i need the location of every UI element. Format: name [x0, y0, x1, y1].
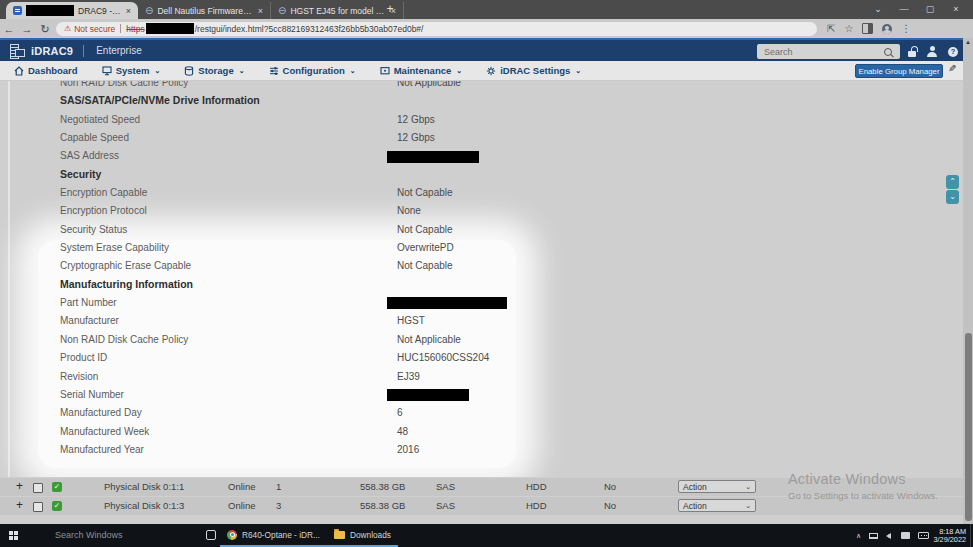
detail-label: Non RAID Disk Cache Policy: [60, 81, 188, 88]
display-icon[interactable]: [901, 532, 910, 539]
nav-item-maintenance[interactable]: Maintenance⌄: [380, 65, 462, 76]
chevron-down-icon: ⌄: [154, 67, 160, 75]
disk-capacity: 558.38 GB: [360, 481, 405, 492]
detail-value: 12 Gbps: [397, 132, 435, 143]
taskbar-search[interactable]: Search Windows: [55, 530, 123, 540]
action-select[interactable]: Action⌄: [678, 480, 756, 493]
screen: DRAC9 - Storage×⊖Dell Nautilus Firmware …: [0, 0, 973, 547]
edition-label: Enterprise: [96, 45, 142, 56]
detail-row: SAS Address: [0, 146, 973, 164]
start-button-icon[interactable]: [9, 531, 18, 540]
action-select-label: Action: [683, 482, 707, 492]
maximize-button[interactable]: ▢: [917, 0, 943, 19]
taskbar-clock[interactable]: 8:18 AM 3/29/2022: [934, 528, 966, 545]
detail-value: [397, 150, 479, 162]
close-button[interactable]: ×: [943, 0, 969, 19]
detail-label: Product ID: [60, 352, 107, 363]
detail-label: Manufactured Year: [60, 444, 144, 455]
nav-item-label: Maintenance: [394, 65, 452, 76]
status-ok-icon: ✓: [52, 482, 62, 492]
scrollbar-up-icon[interactable]: ▲: [963, 38, 973, 47]
new-tab-button[interactable]: +: [382, 1, 398, 17]
detail-value: 12 Gbps: [397, 114, 435, 125]
chevron-down-icon: ⌄: [239, 67, 245, 75]
volume-icon[interactable]: [886, 533, 891, 539]
detail-row: Security StatusNot Capable: [0, 220, 973, 238]
detail-value: Not Capable: [397, 260, 453, 271]
search-icon[interactable]: [884, 48, 892, 56]
section-title: SAS/SATA/PCIe/NVMe Drive Information: [0, 91, 973, 109]
share-icon[interactable]: ⇱: [827, 24, 835, 34]
search-input[interactable]: [757, 44, 900, 59]
disk-name: Physical Disk 0:1:1: [104, 481, 184, 492]
user-icon[interactable]: [927, 46, 937, 57]
disk-slot: 3: [276, 500, 281, 511]
browser-tab[interactable]: DRAC9 - Storage×: [6, 2, 138, 19]
not-secure-label[interactable]: Not secure: [74, 24, 115, 34]
row-checkbox[interactable]: [33, 502, 43, 512]
clock-date: 3/29/2022: [934, 536, 966, 544]
nav-item-dashboard[interactable]: Dashboard: [14, 65, 78, 76]
details-list: Non RAID Disk Cache PolicyNot Applicable…: [0, 81, 973, 458]
pencil-icon[interactable]: ✎: [948, 63, 956, 74]
enable-group-manager-button[interactable]: Enable Group Manager: [855, 64, 943, 78]
detail-row: Encryption CapableNot Capable: [0, 183, 973, 201]
browser-tab[interactable]: ⊖Dell Nautilus Firmware Update U×: [138, 2, 271, 19]
detail-label: Capable Speed: [60, 132, 129, 143]
status-ok-icon: ✓: [52, 501, 62, 511]
reload-button[interactable]: ↻: [36, 20, 54, 38]
help-icon[interactable]: ?: [948, 47, 958, 57]
detail-value: 48: [397, 426, 408, 437]
url-field[interactable]: ⚠ Not secure https /restgui/index.html?5…: [56, 22, 817, 36]
detail-label: System Erase Capability: [60, 242, 169, 253]
scroll-up-button[interactable]: ⌃: [946, 175, 959, 189]
tab-close-icon[interactable]: ×: [126, 6, 131, 16]
task-view-icon[interactable]: [206, 530, 216, 540]
detail-label: Manufacturer: [60, 315, 119, 326]
detail-label: Cryptographic Erase Capable: [60, 260, 191, 271]
kebab-menu-icon[interactable]: ⋮: [901, 24, 911, 34]
disk-bus-protocol: SAS: [436, 481, 455, 492]
expand-row-icon[interactable]: +: [16, 498, 23, 512]
taskbar-app[interactable]: R640-Optane - iDR...: [220, 524, 327, 547]
scroll-down-button[interactable]: ⌄: [946, 190, 959, 204]
row-checkbox[interactable]: [33, 483, 43, 493]
back-button[interactable]: ←: [0, 20, 18, 38]
expand-row-icon[interactable]: +: [16, 479, 23, 493]
chevron-down-icon: ⌄: [350, 67, 356, 75]
network-icon[interactable]: [869, 533, 878, 539]
detail-label: Revision: [60, 371, 98, 382]
detail-value: Not Capable: [397, 224, 453, 235]
system-tray: ∧: [856, 524, 929, 547]
forward-button[interactable]: →: [18, 20, 36, 38]
nav-item-storage[interactable]: Storage⌄: [184, 65, 244, 76]
side-panel-icon[interactable]: [862, 23, 873, 34]
nav-item-label: iDRAC Settings: [500, 65, 570, 76]
watermark-title: Activate Windows: [788, 471, 938, 487]
action-select[interactable]: Action⌄: [678, 499, 756, 512]
keyboard-icon[interactable]: [918, 532, 929, 539]
url-path: /restgui/index.html?5cc882169312463f26bb…: [195, 24, 424, 34]
profile-avatar[interactable]: [882, 24, 892, 34]
nav-item-system[interactable]: System⌄: [102, 65, 161, 76]
browser-scrollbar[interactable]: ▲: [963, 38, 973, 524]
taskbar-app-label: Downloads: [350, 530, 391, 540]
scrollbar-thumb[interactable]: [965, 333, 972, 521]
taskbar-apps: R640-Optane - iDR...Downloads: [220, 524, 398, 547]
url-divider: [120, 24, 121, 33]
window-controls: ⌄ — ▢ ×: [865, 0, 969, 19]
disk-bus-protocol: SAS: [436, 500, 455, 511]
unlock-icon[interactable]: [908, 51, 916, 57]
tab-search-icon[interactable]: ⌄: [865, 0, 891, 19]
taskbar-app[interactable]: Downloads: [327, 524, 398, 547]
detail-value: Not Applicable: [397, 334, 461, 345]
bookmark-star-icon[interactable]: ☆: [844, 24, 853, 34]
detail-label: Serial Number: [60, 389, 124, 400]
detail-value: 6: [397, 407, 403, 418]
detail-value: Not Applicable: [397, 81, 461, 88]
nav-item-configuration[interactable]: Configuration⌄: [269, 65, 356, 76]
tray-chevron-icon[interactable]: ∧: [856, 532, 861, 540]
nav-item-idrac-settings[interactable]: iDRAC Settings⌄: [486, 65, 581, 76]
tab-close-icon[interactable]: ×: [258, 6, 263, 16]
minimize-button[interactable]: —: [891, 0, 917, 19]
